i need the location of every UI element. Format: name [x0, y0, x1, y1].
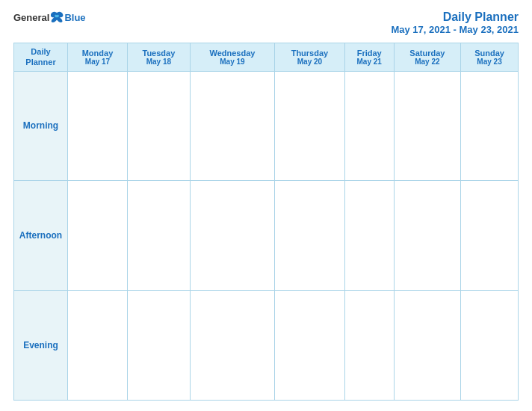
calendar-table: Daily Planner Monday May 17 Tuesday May …	[13, 43, 519, 401]
header-friday: Friday May 21	[344, 43, 394, 72]
friday-date: May 21	[347, 58, 392, 66]
header-tuesday: Tuesday May 18	[127, 43, 190, 72]
morning-row: Morning	[14, 71, 519, 181]
header-row: Daily Planner Monday May 17 Tuesday May …	[14, 43, 519, 72]
evening-saturday-cell[interactable]	[394, 291, 460, 401]
thursday-label: Thursday	[276, 49, 343, 58]
sunday-label: Sunday	[463, 49, 516, 58]
monday-label: Monday	[69, 49, 126, 58]
header-label-line2: Planner	[16, 57, 66, 67]
morning-wednesday-cell[interactable]	[190, 71, 274, 181]
header-label-line1: Daily	[16, 46, 66, 57]
morning-tuesday-cell[interactable]	[127, 71, 190, 181]
logo-text: General Blue	[13, 10, 86, 24]
logo-area: General Blue	[13, 10, 86, 24]
evening-label-cell: Evening	[14, 291, 68, 401]
page: General Blue Daily Planner May 17, 2021 …	[0, 0, 532, 411]
afternoon-thursday-cell[interactable]	[275, 181, 345, 291]
afternoon-sunday-cell[interactable]	[461, 181, 519, 291]
header-saturday: Saturday May 22	[394, 43, 460, 72]
logo-blue-text: Blue	[64, 12, 85, 23]
main-title: Daily Planner	[391, 10, 519, 24]
header-thursday: Thursday May 20	[275, 43, 345, 72]
afternoon-wednesday-cell[interactable]	[190, 181, 274, 291]
evening-monday-cell[interactable]	[68, 291, 128, 401]
evening-thursday-cell[interactable]	[275, 291, 345, 401]
tuesday-date: May 18	[129, 58, 188, 66]
afternoon-tuesday-cell[interactable]	[127, 181, 190, 291]
evening-tuesday-cell[interactable]	[127, 291, 190, 401]
evening-sunday-cell[interactable]	[461, 291, 519, 401]
morning-thursday-cell[interactable]	[275, 71, 345, 181]
morning-saturday-cell[interactable]	[394, 71, 460, 181]
wednesday-date: May 19	[192, 58, 273, 66]
sunday-date: May 23	[463, 58, 516, 66]
header-monday: Monday May 17	[68, 43, 128, 72]
afternoon-row: Afternoon	[14, 181, 519, 291]
morning-label-cell: Morning	[14, 71, 68, 181]
evening-row: Evening	[14, 291, 519, 401]
thursday-date: May 20	[276, 58, 343, 66]
afternoon-monday-cell[interactable]	[68, 181, 128, 291]
header-wednesday: Wednesday May 19	[190, 43, 274, 72]
wednesday-label: Wednesday	[192, 49, 273, 58]
morning-friday-cell[interactable]	[344, 71, 394, 181]
logo-general-text: General	[13, 12, 49, 23]
morning-monday-cell[interactable]	[68, 71, 128, 181]
title-area: Daily Planner May 17, 2021 - May 23, 202…	[391, 10, 519, 35]
header-sunday: Sunday May 23	[461, 43, 519, 72]
afternoon-saturday-cell[interactable]	[394, 181, 460, 291]
afternoon-label-cell: Afternoon	[14, 181, 68, 291]
friday-label: Friday	[347, 49, 392, 58]
saturday-label: Saturday	[396, 49, 459, 58]
evening-wednesday-cell[interactable]	[190, 291, 274, 401]
header-label-cell: Daily Planner	[14, 43, 68, 72]
afternoon-friday-cell[interactable]	[344, 181, 394, 291]
evening-friday-cell[interactable]	[344, 291, 394, 401]
morning-sunday-cell[interactable]	[461, 71, 519, 181]
header: General Blue Daily Planner May 17, 2021 …	[13, 10, 519, 35]
date-range: May 17, 2021 - May 23, 2021	[391, 24, 519, 35]
tuesday-label: Tuesday	[129, 49, 188, 58]
monday-date: May 17	[69, 58, 126, 66]
logo-bird-icon	[51, 10, 64, 24]
saturday-date: May 22	[396, 58, 459, 66]
